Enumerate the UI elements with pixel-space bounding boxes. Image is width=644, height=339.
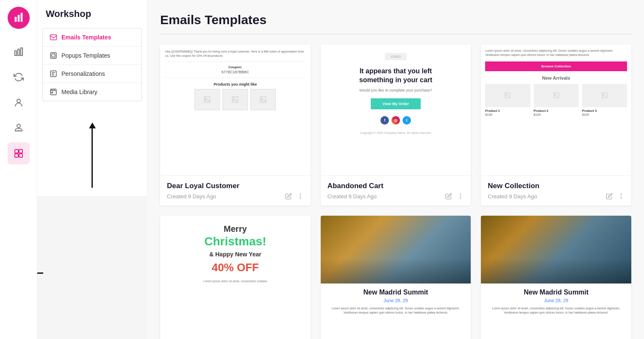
template-meta-abandoned-cart: Created 9 Days Ago [328,193,464,200]
svg-rect-5 [21,48,22,56]
svg-point-26 [300,198,300,198]
template-date-abandoned-cart: Created 9 Days Ago [328,193,377,200]
product-name-1: Product 1 [485,109,530,113]
svg-point-38 [621,198,621,198]
new-collection-product-3: Product 3 $100 [582,84,627,117]
madrid-date-2: June 28, 29 [488,298,625,303]
madrid-title-1: New Madrid Summit [328,289,464,296]
edit-icon[interactable] [445,193,452,200]
twitter-icon: t [402,116,411,125]
product-img-1 [194,89,220,110]
sidebar-popups-label: Popups Templates [61,52,110,59]
edit-icon[interactable] [285,193,292,200]
product-price-1: $100 [485,113,530,117]
svg-rect-9 [19,150,22,153]
new-collection-products: Product 1 $100 Product 2 $100 [485,84,627,117]
product-image-3 [582,84,627,107]
more-options-icon[interactable] [618,193,625,200]
template-info-abandoned-cart: Abandoned Cart Created 9 Days Ago [321,176,471,206]
template-preview-new-collection: Lorem ipsum dolor sit amet, consectetur … [481,44,631,176]
sidebar-item-emails[interactable]: Emails Templates [43,28,142,47]
workshop-icon [14,148,24,158]
svg-point-29 [461,198,461,198]
svg-rect-11 [19,154,22,157]
page-title: Emails Templates [160,13,631,34]
template-preview-abandoned-cart: LOGO It appears that you left something … [321,44,471,176]
svg-point-37 [621,196,621,196]
edit-icon[interactable] [606,193,613,200]
svg-rect-30 [505,93,510,98]
instagram-icon: ◎ [391,116,400,125]
view-order-button[interactable]: View My Order [371,98,421,109]
sidebar-item-workshop[interactable] [8,142,30,164]
template-preview-madrid-1: New Madrid Summit June 28, 29 Lorem ipsu… [321,216,471,339]
audience-icon [14,97,24,108]
personalization-icon [50,70,57,78]
madrid-city-image-2 [481,216,631,283]
image-icon [553,92,560,99]
email-icon [50,33,57,41]
svg-point-35 [603,94,604,95]
svg-rect-12 [50,35,57,40]
svg-rect-13 [50,53,56,58]
template-name-dear-loyal: Dear Loyal Customer [167,182,304,190]
svg-rect-34 [602,93,607,98]
template-meta-new-collection: Created 9 Days Ago [488,193,625,200]
collection-lorem: Lorem ipsum dolor sit amet, consectetur … [485,49,627,57]
template-preview-christmas: Merry Christmas! & Happy New Year 40% OF… [160,216,311,339]
svg-rect-3 [15,51,17,56]
new-collection-product-2: Product 2 $100 [534,84,579,117]
madrid-date-1: June 28, 29 [328,298,464,303]
app-logo[interactable] [8,7,30,29]
template-preview-dear-loyal: Hey {{USERNAME}}! Thank you for being su… [160,44,311,176]
product-price-3: $100 [582,113,627,117]
media-icon [50,88,57,96]
image-placeholder-icon [259,96,267,103]
madrid-title-2: New Madrid Summit [488,289,625,296]
template-card-madrid-1: New Madrid Summit June 28, 29 Lorem ipsu… [321,216,471,339]
bar-chart-icon [14,47,24,57]
sidebar-item-popups[interactable]: Popups Templates [43,47,142,65]
coupon-label: Coupon: [165,65,305,69]
image-placeholder-icon [203,96,211,103]
product-name-2: Product 2 [534,109,579,113]
template-card-madrid-2: New Madrid Summit June 28, 29 Lorem ipsu… [481,216,631,339]
sidebar-personalizations-label: Personalizations [61,70,105,77]
browse-button[interactable]: Browse Collection [485,61,627,71]
christmas-off: 40% OFF [167,261,304,274]
christmas-merry: Merry [167,224,304,234]
sidebar-item-analytics[interactable] [8,41,30,63]
svg-rect-1 [17,15,19,22]
social-icons: f ◎ t [380,116,411,125]
svg-point-7 [17,124,20,128]
template-meta-dear-loyal: Created 9 Days Ago [167,193,304,200]
svg-point-24 [300,194,300,195]
svg-point-17 [52,92,53,93]
template-card-new-collection: Lorem ipsum dolor sit amet, consectetur … [481,44,631,206]
sidebar-item-media[interactable]: Media Library [43,83,142,101]
product-img-2 [222,89,248,110]
sidebar-menu: Emails Templates Popups Templates Person… [42,28,142,101]
sidebar-item-account[interactable] [8,117,30,139]
cart-title: It appears that you left something in yo… [359,67,432,85]
more-options-icon[interactable] [297,193,304,200]
more-options-icon[interactable] [457,193,464,200]
cart-logo: LOGO [385,53,406,60]
main-content: Emails Templates Hey {{USERNAME}}! Thank… [147,0,644,339]
sidebar-item-audience[interactable] [8,92,30,114]
sync-icon [14,72,24,82]
madrid-text-1: Lorem ipsum dolor sit amet, consectetur … [328,306,464,315]
svg-rect-20 [233,97,239,103]
template-info-new-collection: New Collection Created 9 Days Ago [481,176,631,206]
svg-point-6 [17,99,20,103]
sidebar: Workshop Emails Templates Popups Templat… [37,0,147,196]
templates-grid: Hey {{USERNAME}}! Thank you for being su… [160,44,631,339]
svg-point-21 [233,98,235,99]
template-card-abandoned-cart: LOGO It appears that you left something … [321,44,471,206]
new-arrivals-label: New Arrivals [485,75,627,81]
product-image-2 [534,84,579,107]
sidebar-item-personalizations[interactable]: Personalizations [43,65,142,83]
sidebar-item-sync[interactable] [8,66,30,88]
madrid-city-image-1 [321,216,471,283]
coupon-code: 6778C187BB8C [165,70,305,74]
